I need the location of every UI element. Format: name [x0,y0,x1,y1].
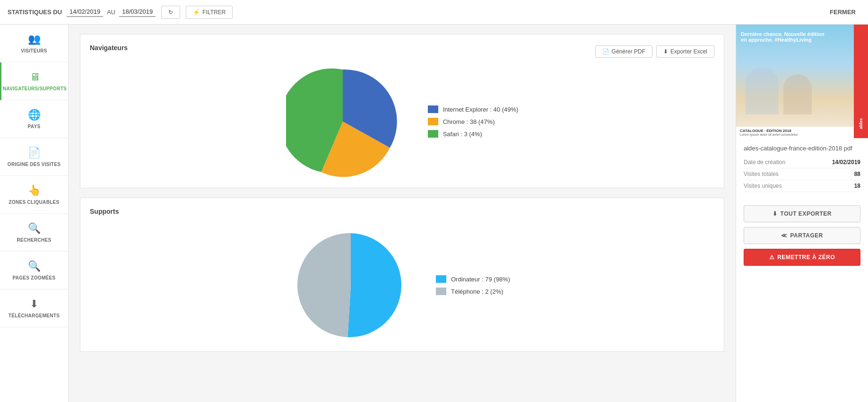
sidebar-label-zones: ZONES CLIQUABLES [9,200,59,205]
monitor-icon: 🖥 [30,71,40,83]
safari-color [428,130,438,138]
sidebar: 👥 VISITEURS 🖥 NAVIGATEURS/SUPPORTS 🌐 PAY… [0,25,69,402]
sidebar-item-pages[interactable]: 🔍 PAGES ZOOMÉES [0,252,68,289]
navigateurs-actions: 📄 Générer PDF ⬇ Exporter Excel [595,45,714,58]
exporter-excel-label: Exporter Excel [670,48,707,55]
partager-button[interactable]: ≪ PARTAGER [744,227,860,244]
topbar-title: STATISTIQUES DU [8,9,62,16]
refresh-icon: ↻ [168,9,173,16]
filter-label: FILTRER [202,9,226,16]
sidebar-label-pays: PAYS [28,124,41,129]
catalog-brand-bar: aldes [854,110,868,138]
topbar-date-to[interactable]: 18/03/2019 [119,7,156,17]
sidebar-item-origine[interactable]: 📄 ORIGINE DES VISITES [0,138,68,176]
brand-label: aldes [859,118,863,129]
supports-title: Supports [90,208,119,215]
navigateurs-header: Navigateurs 📄 Générer PDF ⬇ Exporter Exc… [90,44,714,59]
supports-pie-chart [294,228,408,342]
remettre-label: REMETTRE À ZÉRO [777,254,835,261]
sidebar-label-pages: PAGES ZOOMÉES [13,275,56,280]
sidebar-label-recherches: RECHERCHES [17,237,51,243]
right-panel-buttons: ⬇ TOUT EXPORTER ≪ PARTAGER ⚠ REMETTRE À … [736,199,868,272]
pdf-icon: 📄 [602,48,609,55]
share-icon: ≪ [781,232,788,239]
sidebar-item-telechargements[interactable]: ⬇ TÉLÉCHARGEMENTS [0,289,68,327]
catalog-info-bar: CATALOGUE · ÉDITION 2018 Lorem ipsum dol… [736,127,854,138]
users-icon: 👥 [28,33,41,45]
fermer-button[interactable]: FERMER [825,6,860,18]
people-figures [746,67,812,114]
navigateurs-legend: Internet Explorer : 40 (49%) Chrome : 38… [428,105,519,138]
globe-icon: 🌐 [28,109,41,121]
legend-item-chrome: Chrome : 38 (47%) [428,118,519,125]
partager-label: PARTAGER [790,232,823,239]
generer-pdf-button[interactable]: 📄 Générer PDF [595,45,652,58]
ie-label: Internet Explorer : 40 (49%) [443,106,519,113]
chrome-label: Chrome : 38 (47%) [443,118,495,125]
visites-totales-value: 88 [854,171,860,177]
sidebar-label-telechargements: TÉLÉCHARGEMENTS [9,313,60,318]
date-creation-row: Date de création 14/02/2019 [744,157,860,168]
click-icon: 👆 [28,184,41,197]
visites-totales-row: Visites totales 88 [744,168,860,180]
topbar-date-from[interactable]: 14/02/2019 [67,7,103,17]
supports-chart-row: Ordinateur : 79 (98%) Téléphone : 2 (2%) [90,228,714,342]
tout-exporter-button[interactable]: ⬇ TOUT EXPORTER [744,205,860,222]
ordinateur-color [436,275,446,283]
topbar-au: AU [107,9,115,16]
filter-icon: ⚡ [193,9,200,16]
visites-uniques-row: Visites uniques 18 [744,180,860,192]
ordinateur-label: Ordinateur : 79 (98%) [451,276,510,283]
sidebar-item-recherches[interactable]: 🔍 RECHERCHES [0,214,68,252]
export-icon: ⬇ [773,210,778,217]
legend-item-safari: Safari : 3 (4%) [428,130,519,138]
legend-item-telephone: Téléphone : 2 (2%) [436,288,510,295]
search-icon: 🔍 [28,222,41,235]
catalog-cover: Dernière chance. Nouvelle éditionen appr… [736,25,868,138]
zoom-icon: 🔍 [28,260,41,272]
filter-button[interactable]: ⚡ FILTRER [186,6,233,19]
navigateurs-pie-chart [286,65,399,178]
layout: 👥 VISITEURS 🖥 NAVIGATEURS/SUPPORTS 🌐 PAY… [0,25,868,402]
visites-totales-label: Visites totales [744,171,779,177]
date-creation-label: Date de création [744,159,785,166]
safari-label: Safari : 3 (4%) [443,131,482,138]
supports-header: Supports [90,208,714,223]
navigateurs-section: Navigateurs 📄 Générer PDF ⬇ Exporter Exc… [80,34,724,188]
catalog-image: Dernière chance. Nouvelle éditionen appr… [736,25,868,138]
sidebar-item-navigateurs[interactable]: 🖥 NAVIGATEURS/SUPPORTS [0,62,68,100]
excel-icon: ⬇ [663,48,668,55]
tout-exporter-label: TOUT EXPORTER [781,210,832,217]
sidebar-item-visiteurs[interactable]: 👥 VISITEURS [0,25,68,62]
sidebar-label-navigateurs: NAVIGATEURS/SUPPORTS [3,86,67,91]
remettre-button[interactable]: ⚠ REMETTRE À ZÉRO [744,249,860,266]
supports-section: Supports Ordinateur : 79 (98%) [80,198,724,352]
exporter-excel-button[interactable]: ⬇ Exporter Excel [656,45,714,58]
refresh-button[interactable]: ↻ [161,6,180,19]
legend-item-ie: Internet Explorer : 40 (49%) [428,105,519,113]
navigateurs-title: Navigateurs [90,44,128,52]
topbar: STATISTIQUES DU 14/02/2019 AU 18/03/2019… [0,0,868,25]
catalog-edition-label: CATALOGUE · ÉDITION 2018 [740,129,850,133]
main-content: Navigateurs 📄 Générer PDF ⬇ Exporter Exc… [69,25,736,402]
sidebar-item-pays[interactable]: 🌐 PAYS [0,100,68,138]
sidebar-label-visiteurs: VISITEURS [21,48,47,53]
download-icon: ⬇ [30,298,38,310]
catalog-name: aldes-catalogue-france-edition-2018 pdf [744,145,860,152]
supports-legend: Ordinateur : 79 (98%) Téléphone : 2 (2%) [436,275,510,295]
sidebar-item-zones[interactable]: 👆 ZONES CLIQUABLES [0,176,68,214]
right-panel-info: aldes-catalogue-france-edition-2018 pdf … [736,138,868,199]
legend-item-ordinateur: Ordinateur : 79 (98%) [436,275,510,283]
generer-pdf-label: Générer PDF [612,48,645,55]
ie-color [428,105,438,113]
right-panel: Dernière chance. Nouvelle éditionen appr… [736,25,868,402]
navigateurs-chart-row: Internet Explorer : 40 (49%) Chrome : 38… [90,65,714,178]
telephone-label: Téléphone : 2 (2%) [451,288,503,295]
visites-uniques-value: 18 [854,183,860,189]
warning-icon: ⚠ [769,254,775,261]
chrome-color [428,118,438,125]
catalog-description: Lorem ipsum dolor sit amet consectetur [740,133,850,136]
sidebar-label-origine: ORIGINE DES VISITES [8,162,61,167]
document-icon: 📄 [28,147,41,159]
hashtag-text: Dernière chance. Nouvelle éditionen appr… [741,31,825,43]
